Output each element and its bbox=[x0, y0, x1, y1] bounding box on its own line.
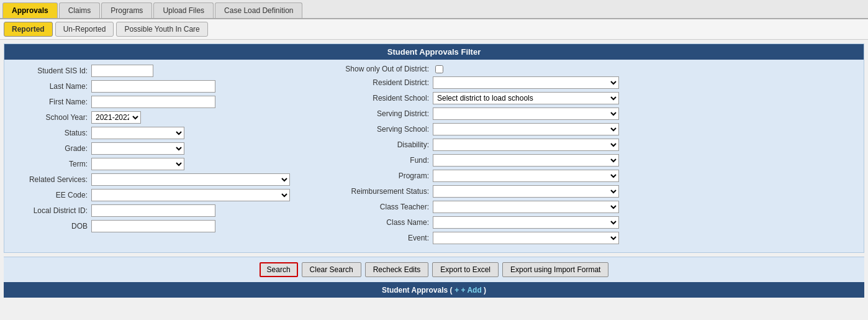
class-teacher-row: Class Teacher: bbox=[333, 201, 857, 213]
related-services-select[interactable] bbox=[91, 173, 290, 186]
sub-tab-reported[interactable]: Reported bbox=[4, 22, 53, 37]
tab-programs[interactable]: Programs bbox=[101, 2, 152, 18]
related-services-row: Related Services: bbox=[11, 173, 333, 186]
tab-approvals[interactable]: Approvals bbox=[2, 2, 58, 18]
serving-school-row: Serving School: bbox=[333, 123, 857, 135]
event-row: Event: bbox=[333, 232, 857, 244]
add-label: + Add bbox=[461, 286, 481, 295]
disability-select[interactable] bbox=[433, 139, 619, 151]
dob-input[interactable] bbox=[91, 220, 215, 232]
status-row: Status: bbox=[11, 127, 333, 139]
reimbursement-status-select[interactable] bbox=[433, 185, 619, 198]
student-sis-id-label: Student SIS Id: bbox=[11, 66, 91, 75]
serving-district-row: Serving District: bbox=[333, 107, 857, 120]
term-select[interactable] bbox=[91, 158, 184, 170]
resident-district-select[interactable] bbox=[433, 76, 619, 89]
school-year-row: School Year: 2021-2022 bbox=[11, 111, 333, 124]
fund-label: Fund: bbox=[333, 156, 433, 165]
grade-row: Grade: bbox=[11, 142, 333, 155]
dob-row: DOB bbox=[11, 220, 333, 232]
ee-code-label: EE Code: bbox=[11, 191, 91, 199]
related-services-label: Related Services: bbox=[11, 175, 91, 184]
resident-district-row: Resident District: bbox=[333, 76, 857, 89]
resident-school-row: Resident School: Select district to load… bbox=[333, 92, 857, 104]
ee-code-row: EE Code: bbox=[11, 189, 333, 201]
resident-school-select[interactable]: Select district to load schools bbox=[433, 92, 619, 104]
event-label: Event: bbox=[333, 234, 433, 242]
fund-row: Fund: bbox=[333, 154, 857, 167]
tab-upload-files[interactable]: Upload Files bbox=[153, 2, 214, 18]
search-button[interactable]: Search bbox=[260, 262, 298, 277]
footer-text: Student Approvals ( bbox=[382, 286, 453, 295]
class-name-row: Class Name: bbox=[333, 216, 857, 229]
serving-district-select[interactable] bbox=[433, 107, 619, 120]
term-label: Term: bbox=[11, 160, 91, 168]
class-name-label: Class Name: bbox=[333, 218, 433, 227]
class-teacher-label: Class Teacher: bbox=[333, 203, 433, 211]
filter-right-column: Show only Out of District: Resident Dist… bbox=[333, 65, 857, 247]
serving-school-label: Serving School: bbox=[333, 125, 433, 134]
last-name-label: Last Name: bbox=[11, 82, 91, 91]
resident-school-label: Resident School: bbox=[333, 94, 433, 103]
add-icon: + bbox=[454, 286, 459, 295]
footer-bar: Student Approvals ( + + Add ) bbox=[4, 282, 864, 298]
top-tab-bar: Approvals Claims Programs Upload Files C… bbox=[0, 0, 868, 19]
sub-tab-unreported[interactable]: Un-Reported bbox=[55, 22, 114, 37]
status-select[interactable] bbox=[91, 127, 184, 139]
serving-district-label: Serving District: bbox=[333, 109, 433, 118]
first-name-row: First Name: bbox=[11, 96, 333, 108]
first-name-input[interactable] bbox=[91, 96, 215, 108]
first-name-label: First Name: bbox=[11, 98, 91, 106]
filter-left-column: Student SIS Id: Last Name: First Name: S… bbox=[11, 65, 333, 247]
export-import-format-button[interactable]: Export using Import Format bbox=[502, 262, 608, 277]
student-sis-id-input[interactable] bbox=[91, 65, 153, 77]
local-district-id-label: Local District ID: bbox=[11, 206, 91, 215]
tab-case-load-definition[interactable]: Case Load Definition bbox=[215, 2, 302, 18]
school-year-label: School Year: bbox=[11, 113, 91, 122]
ee-code-select[interactable] bbox=[91, 189, 290, 201]
sub-tab-bar: Reported Un-Reported Possible Youth In C… bbox=[0, 19, 868, 40]
export-to-excel-button[interactable]: Export to Excel bbox=[432, 262, 499, 277]
last-name-row: Last Name: bbox=[11, 80, 333, 93]
school-year-select[interactable]: 2021-2022 bbox=[91, 111, 141, 124]
local-district-id-input[interactable] bbox=[91, 204, 215, 217]
fund-select[interactable] bbox=[433, 154, 619, 167]
last-name-input[interactable] bbox=[91, 80, 215, 93]
class-name-select[interactable] bbox=[433, 216, 619, 229]
reimbursement-status-label: Reimbursement Status: bbox=[333, 187, 433, 196]
term-row: Term: bbox=[11, 158, 333, 170]
tab-claims[interactable]: Claims bbox=[59, 2, 101, 18]
action-bar: Search Clear Search Recheck Edits Export… bbox=[4, 257, 864, 282]
program-label: Program: bbox=[333, 171, 433, 180]
reimbursement-status-row: Reimbursement Status: bbox=[333, 185, 857, 198]
class-teacher-select[interactable] bbox=[433, 201, 619, 213]
local-district-id-row: Local District ID: bbox=[11, 204, 333, 217]
disability-label: Disability: bbox=[333, 140, 433, 149]
grade-select[interactable] bbox=[91, 142, 184, 155]
filter-section: Student Approvals Filter Student SIS Id:… bbox=[4, 43, 864, 253]
program-row: Program: bbox=[333, 170, 857, 182]
serving-school-select[interactable] bbox=[433, 123, 619, 135]
show-only-label: Show only Out of District: bbox=[333, 65, 433, 73]
clear-search-button[interactable]: Clear Search bbox=[302, 262, 361, 277]
dob-label: DOB bbox=[11, 222, 91, 231]
show-only-checkbox[interactable] bbox=[435, 65, 443, 73]
event-select[interactable] bbox=[433, 232, 619, 244]
recheck-edits-button[interactable]: Recheck Edits bbox=[365, 262, 429, 277]
grade-label: Grade: bbox=[11, 144, 91, 153]
status-label: Status: bbox=[11, 129, 91, 137]
show-only-row: Show only Out of District: bbox=[333, 65, 857, 73]
disability-row: Disability: bbox=[333, 139, 857, 151]
program-select[interactable] bbox=[433, 170, 619, 182]
sub-tab-possible-youth-in-care[interactable]: Possible Youth In Care bbox=[116, 22, 207, 37]
add-link[interactable]: + + Add bbox=[454, 286, 484, 295]
footer-close-paren: ) bbox=[484, 286, 486, 295]
resident-district-label: Resident District: bbox=[333, 78, 433, 87]
student-sis-id-row: Student SIS Id: bbox=[11, 65, 333, 77]
filter-title: Student Approvals Filter bbox=[4, 44, 864, 60]
